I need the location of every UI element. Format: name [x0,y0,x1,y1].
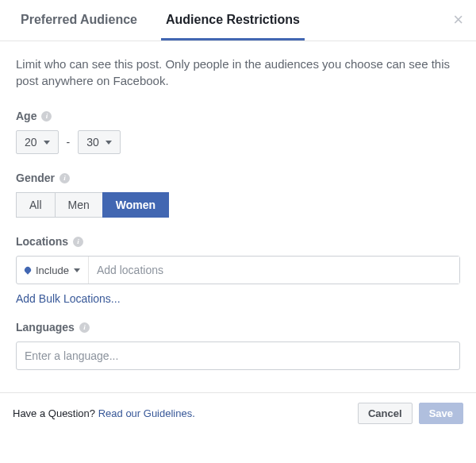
gender-women-button[interactable]: Women [102,192,169,218]
caret-down-icon [74,268,80,272]
cancel-button[interactable]: Cancel [358,403,413,424]
info-icon[interactable]: i [41,111,52,122]
info-icon[interactable]: i [79,322,90,333]
caret-down-icon [44,141,50,145]
tab-bar: Preferred Audience Audience Restrictions… [0,0,476,41]
question-text: Have a Question? [13,407,98,419]
gender-label-text: Gender [16,172,55,184]
languages-label: Languages i [16,321,460,334]
language-input[interactable] [16,341,460,370]
tab-preferred-audience[interactable]: Preferred Audience [16,0,142,41]
footer-buttons: Cancel Save [358,403,463,424]
tab-audience-restrictions[interactable]: Audience Restrictions [161,0,305,41]
gender-button-group: All Men Women [16,192,460,218]
caret-down-icon [106,141,112,145]
include-label: Include [36,264,69,276]
age-max-value: 30 [86,136,99,149]
gender-all-button[interactable]: All [16,192,56,218]
age-max-select[interactable]: 30 [78,130,121,154]
dialog-content: Limit who can see this post. Only people… [0,41,476,378]
age-min-select[interactable]: 20 [16,130,59,154]
bulk-locations-link[interactable]: Add Bulk Locations... [16,292,121,305]
description-text: Limit who can see this post. Only people… [16,56,460,89]
close-icon[interactable]: × [453,11,463,29]
age-row: 20 - 30 [16,130,460,154]
save-button[interactable]: Save [419,403,463,424]
locations-label: Locations i [16,235,460,248]
pin-icon [23,265,32,274]
dialog-footer: Have a Question? Read our Guidelines. Ca… [0,392,476,434]
age-label: Age i [16,110,460,122]
gender-men-button[interactable]: Men [55,192,103,218]
gender-label: Gender i [16,172,460,184]
info-icon[interactable]: i [73,237,83,247]
info-icon[interactable]: i [60,173,70,183]
footer-left: Have a Question? Read our Guidelines. [13,407,195,419]
languages-label-text: Languages [16,321,75,334]
guidelines-link[interactable]: Read our Guidelines. [98,407,195,419]
location-input[interactable] [89,257,459,284]
locations-row: Include [16,256,460,284]
location-include-select[interactable]: Include [17,257,89,284]
age-label-text: Age [16,110,36,122]
age-separator: - [67,136,71,149]
age-min-value: 20 [25,136,37,149]
locations-label-text: Locations [16,235,68,248]
